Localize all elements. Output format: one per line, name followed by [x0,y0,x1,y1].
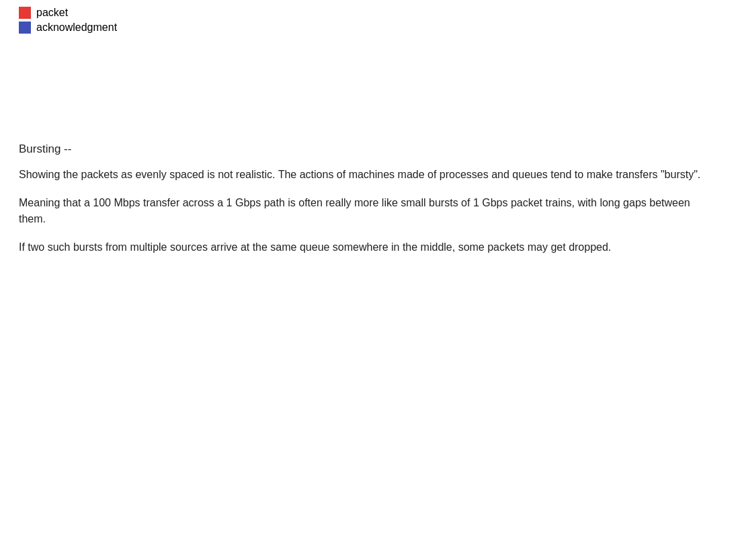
legend: packet acknowledgment [19,7,725,34]
paragraph-2: Meaning that a 100 Mbps transfer across … [19,195,719,227]
packet-icon [19,7,31,19]
ack-label: acknowledgment [36,22,117,34]
paragraph-3: If two such bursts from multiple sources… [19,239,719,255]
legend-item-packet: packet [19,7,725,19]
paragraph-1: Showing the packets as evenly spaced is … [19,167,719,183]
text-content: Bursting -- Showing the packets as evenl… [13,136,725,255]
diagram-svg: sender receiver [13,46,725,113]
network-diagram: sender receiver [13,46,725,116]
section-title: Bursting -- [19,143,719,156]
packet-label: packet [36,7,68,19]
ack-icon [19,22,31,34]
legend-item-ack: acknowledgment [19,22,725,34]
